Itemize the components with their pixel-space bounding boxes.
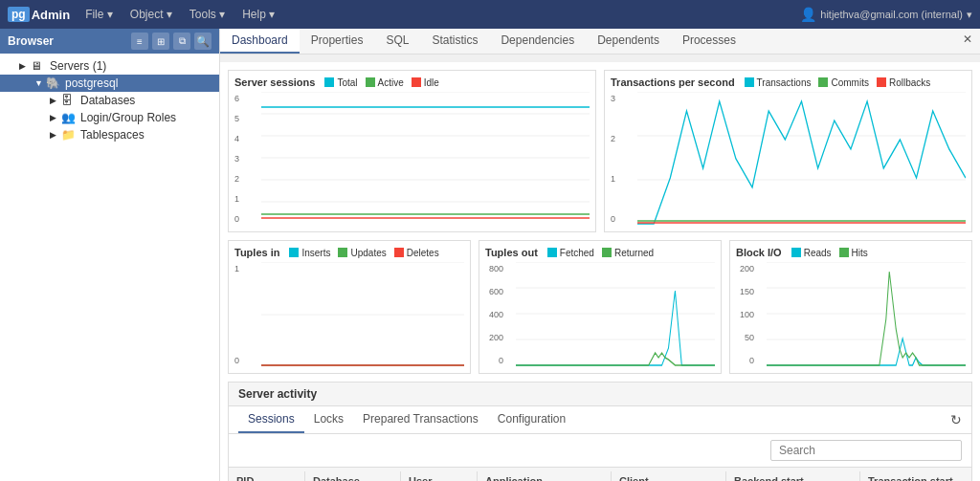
tab-dependencies[interactable]: Dependencies [489,29,586,54]
tab-sql[interactable]: SQL [374,29,420,54]
sidebar-copy-icon[interactable]: ⧉ [173,33,190,50]
legend-returned: Returned [602,248,654,258]
tuples-out-chart: Tuples out Fetched Returned 800 600 400 … [479,240,722,374]
tree-toggle-tablespaces[interactable]: ▶ [50,130,61,140]
sidebar-search-icon[interactable]: 🔍 [194,33,212,50]
tuples-out-y-axis: 800 600 400 200 0 [489,262,506,367]
topbar-menu: File ▾ Object ▾ Tools ▾ Help ▾ [78,4,800,25]
tree-item-tablespaces[interactable]: ▶ 📁 Tablespaces [0,126,219,143]
th-application: Application [478,471,612,481]
sidebar-properties-icon[interactable]: ≡ [131,33,148,50]
sidebar: Browser ≡ ⊞ ⧉ 🔍 ▶ 🖥 Servers (1) ▼ 🐘 post… [0,29,220,481]
tree-item-postgresql[interactable]: ▼ 🐘 postgresql [0,75,219,92]
block-io-title: Block I/O Reads Hits [736,247,966,258]
menu-tools[interactable]: Tools ▾ [182,4,233,25]
sessions-chart-svg [261,92,590,226]
server-sessions-legend: Total Active Idle [324,77,438,88]
tuples-in-chart: Tuples in Inserts Updates Deletes 1 0 [228,240,471,374]
sidebar-header: Browser ≡ ⊞ ⧉ 🔍 [0,29,219,54]
logo-admin: Admin [32,8,70,22]
databases-icon: 🗄 [61,94,77,107]
tuples-out-title: Tuples out Fetched Returned [485,247,715,258]
close-tab-button[interactable]: ✕ [955,29,980,54]
sidebar-tree: ▶ 🖥 Servers (1) ▼ 🐘 postgresql ▶ 🗄 Datab… [0,54,219,481]
legend-active: Active [366,77,404,88]
transactions-chart: Transactions per second Transactions Com… [604,70,972,232]
activity-tabs: Sessions Locks Prepared Transactions Con… [229,406,971,434]
th-backend-start: Backend start [726,471,860,481]
legend-deletes: Deletes [394,248,439,258]
tree-item-roles[interactable]: ▶ 👥 Login/Group Roles [0,109,219,126]
tree-label-servers: Servers (1) [50,59,106,73]
activity-tab-config[interactable]: Configuration [488,406,575,433]
tree-toggle-postgresql[interactable]: ▼ [34,78,46,88]
block-io-chart: Block I/O Reads Hits 200 150 100 50 0 [729,240,972,374]
legend-updates-dot [338,248,347,257]
tablespace-icon: 📁 [61,128,77,142]
content-area: Dashboard Properties SQL Statistics Depe… [220,29,980,481]
legend-hits-dot [839,248,849,257]
tree-toggle-roles[interactable]: ▶ [50,113,61,122]
tab-properties[interactable]: Properties [300,29,375,54]
tree-label-roles: Login/Group Roles [80,111,176,124]
transactions-title: Transactions per second Transactions Com… [611,77,966,88]
menu-object[interactable]: Object ▾ [122,4,180,25]
tab-processes[interactable]: Processes [671,29,747,54]
th-transaction-start: Transaction start [860,471,980,481]
legend-reads-dot [791,248,801,257]
activity-tab-prepared[interactable]: Prepared Transactions [353,406,488,433]
tuples-in-svg [261,262,464,367]
block-io-legend: Reads Hits [791,248,868,258]
tree-item-databases[interactable]: ▶ 🗄 Databases [0,92,219,109]
transactions-legend: Transactions Commits Rollbacks [745,77,931,88]
activity-tab-locks[interactable]: Locks [304,406,353,433]
user-info[interactable]: 👤 hitjethva@gmail.com (internal) ▾ [800,7,972,22]
roles-icon: 👥 [61,111,77,124]
tab-dashboard[interactable]: Dashboard [220,29,300,54]
activity-tab-sessions[interactable]: Sessions [238,406,304,433]
tree-item-servers[interactable]: ▶ 🖥 Servers (1) [0,57,219,75]
menu-file[interactable]: File ▾ [78,4,121,25]
legend-rollbacks: Rollbacks [877,77,930,88]
legend-transactions-dot [745,77,754,87]
legend-fetched-dot [547,248,557,257]
tuples-in-title: Tuples in Inserts Updates Deletes [234,247,464,258]
transactions-chart-svg [637,92,966,226]
search-row [229,434,971,467]
top-charts-grid: Server sessions Total Active Idle 6 5 4 … [228,70,972,232]
tree-label-postgresql: postgresql [65,77,118,90]
legend-commits: Commits [818,77,868,88]
legend-deletes-dot [394,248,404,257]
block-io-y-axis: 200 150 100 50 0 [740,262,757,367]
tuples-in-legend: Inserts Updates Deletes [289,248,438,258]
tab-dependents[interactable]: Dependents [586,29,671,54]
legend-reads: Reads [791,248,832,258]
dashboard-tabs: Dashboard Properties SQL Statistics Depe… [220,29,980,55]
legend-commits-dot [818,77,828,87]
sidebar-title: Browser [8,34,54,48]
activity-header: Server activity [229,383,971,406]
menu-help[interactable]: Help ▾ [234,4,282,25]
main-layout: Browser ≡ ⊞ ⧉ 🔍 ▶ 🖥 Servers (1) ▼ 🐘 post… [0,29,980,481]
legend-rollbacks-dot [877,77,886,87]
tree-label-databases: Databases [80,94,135,107]
legend-total: Total [324,77,357,88]
tab-statistics[interactable]: Statistics [420,29,489,54]
refresh-button[interactable]: ↻ [950,412,962,427]
tuples-out-legend: Fetched Returned [547,248,654,258]
server-activity-section: Server activity Sessions Locks Prepared … [228,382,972,481]
tree-label-tablespaces: Tablespaces [80,128,145,142]
th-pid: PID [229,471,305,481]
search-input[interactable] [770,440,962,461]
tree-toggle-servers[interactable]: ▶ [19,61,31,71]
transactions-y-axis: 3 2 1 0 [611,92,618,226]
postgresql-icon: 🐘 [46,77,61,90]
tree-toggle-databases[interactable]: ▶ [50,96,61,105]
legend-returned-dot [602,248,612,257]
table-header: PID Database User Application Client Bac… [229,467,971,481]
sidebar-grid-icon[interactable]: ⊞ [152,33,169,50]
bottom-charts-grid: Tuples in Inserts Updates Deletes 1 0 [228,240,972,374]
legend-idle-dot [412,77,421,87]
th-database: Database [305,471,401,481]
legend-active-dot [366,77,375,87]
